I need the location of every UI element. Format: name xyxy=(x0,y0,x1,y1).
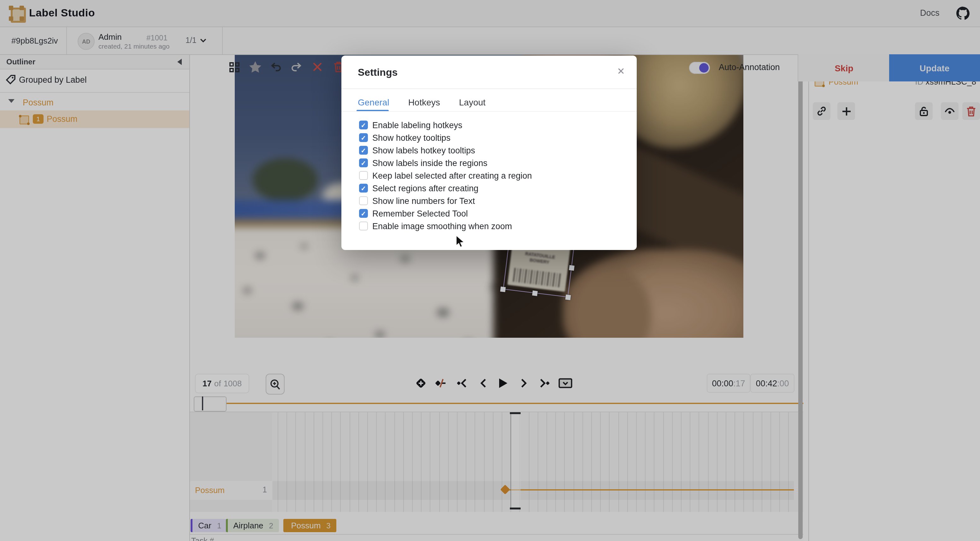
setting-label: Show line numbers for Text xyxy=(372,196,475,205)
setting-label: Show hotkey tooltips xyxy=(372,133,450,142)
setting-label: Show labels inside the regions xyxy=(372,158,487,168)
mouse-cursor xyxy=(456,235,465,249)
checkbox-checked-icon[interactable]: ✓ xyxy=(359,158,368,167)
checkbox-checked-icon[interactable]: ✓ xyxy=(359,146,368,155)
setting-row[interactable]: Keep label selected after creating a reg… xyxy=(359,169,624,182)
divider xyxy=(341,111,637,112)
setting-row[interactable]: ✓Show labels hotkey tooltips xyxy=(359,144,624,157)
checkbox-checked-icon[interactable]: ✓ xyxy=(359,121,368,129)
setting-label: Show labels hotkey tooltips xyxy=(372,145,475,155)
checkbox-checked-icon[interactable]: ✓ xyxy=(359,133,368,142)
setting-row[interactable]: ✓Remember Selected Tool xyxy=(359,207,624,220)
divider xyxy=(341,88,637,89)
setting-row[interactable]: ✓Select regions after creating xyxy=(359,182,624,194)
setting-row[interactable]: Enable image smoothing when zoom xyxy=(359,220,624,232)
checkbox-unchecked-icon[interactable] xyxy=(359,171,368,180)
setting-label: Remember Selected Tool xyxy=(372,208,468,218)
setting-row[interactable]: ✓Enable labeling hotkeys xyxy=(359,119,624,131)
setting-row[interactable]: ✓Show labels inside the regions xyxy=(359,157,624,169)
settings-options: ✓Enable labeling hotkeys✓Show hotkey too… xyxy=(359,119,624,232)
label-studio-app: Label Studio Docs #9pb8Lgs2iv AD Admin c… xyxy=(0,0,980,541)
tab-hotkeys[interactable]: Hotkeys xyxy=(408,95,440,112)
checkbox-checked-icon[interactable]: ✓ xyxy=(359,209,368,218)
setting-label: Select regions after creating xyxy=(372,183,478,193)
close-icon[interactable]: ✕ xyxy=(614,64,628,78)
checkbox-unchecked-icon[interactable] xyxy=(359,221,368,231)
settings-modal: Settings ✕ GeneralHotkeysLayout ✓Enable … xyxy=(341,56,637,250)
setting-row[interactable]: Show line numbers for Text xyxy=(359,194,624,207)
checkbox-checked-icon[interactable]: ✓ xyxy=(359,184,368,193)
setting-label: Keep label selected after creating a reg… xyxy=(372,171,532,180)
tab-layout[interactable]: Layout xyxy=(459,95,485,112)
setting-label: Enable labeling hotkeys xyxy=(372,120,462,130)
checkbox-unchecked-icon[interactable] xyxy=(359,196,368,205)
setting-label: Enable image smoothing when zoom xyxy=(372,221,512,231)
setting-row[interactable]: ✓Show hotkey tooltips xyxy=(359,131,624,144)
modal-title: Settings xyxy=(358,67,398,78)
